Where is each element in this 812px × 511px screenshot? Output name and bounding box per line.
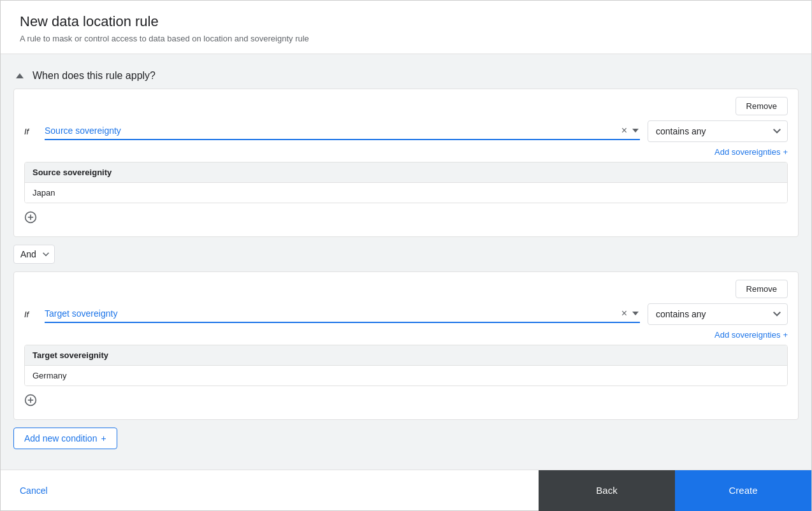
sovereignty-table-header-1: Source sovereignity (25, 162, 787, 182)
sovereignty-table-2: Target sovereignity Germany (24, 345, 788, 386)
add-sovereignties-row-1: Add sovereignties + (24, 147, 788, 157)
condition-block-1: Remove If Source sovereignty × (13, 89, 799, 237)
header-section: New data location rule A rule to mask or… (1, 1, 811, 54)
chevron-down-icon-2 (632, 312, 639, 315)
cancel-button[interactable]: Cancel (20, 486, 48, 496)
main-content: When does this rule apply? Remove If Sou… (1, 54, 811, 470)
sovereignty-table-row-2: Germany (25, 365, 787, 385)
add-condition-plus-icon: + (101, 433, 106, 443)
field-select-value-1: Source sovereignty (45, 126, 618, 136)
operator-select-1[interactable]: contains any does not contain equals is … (648, 120, 788, 142)
footer-cancel-area: Cancel (1, 486, 539, 496)
field-select-icons-1: × (620, 125, 640, 136)
and-select[interactable]: And Or (13, 245, 55, 264)
remove-button-1[interactable]: Remove (736, 97, 788, 115)
page-title: New data location rule (20, 13, 792, 30)
create-label: Create (729, 485, 757, 496)
if-row-1: If Source sovereignty × (24, 120, 788, 142)
operator-select-2[interactable]: contains any does not contain equals is … (648, 303, 788, 325)
x-icon-1: × (621, 125, 627, 136)
back-button[interactable]: Back (539, 470, 675, 511)
field-select-wrapper-2[interactable]: Target sovereignty × (45, 305, 640, 323)
x-icon-2: × (621, 308, 627, 319)
sovereignty-table-row-1: Japan (25, 182, 787, 203)
clear-field-2-icon[interactable]: × (620, 308, 628, 319)
add-sovereignties-link-1[interactable]: Add sovereignties + (714, 147, 788, 157)
remove-row-1: Remove (24, 97, 788, 115)
add-sovereignties-label-2: Add sovereignties (714, 330, 780, 340)
field-select-icons-2: × (620, 308, 640, 319)
remove-button-2[interactable]: Remove (736, 280, 788, 298)
back-label: Back (596, 485, 617, 496)
field-select-value-2: Target sovereignty (45, 308, 618, 319)
section-title: When does this rule apply? (33, 70, 156, 82)
collapse-icon[interactable] (13, 69, 26, 82)
expand-field-1-icon[interactable] (631, 129, 640, 133)
footer-bar: Cancel Back Create (1, 470, 811, 510)
remove-row-2: Remove (24, 280, 788, 298)
if-row-2: If Target sovereignty × (24, 303, 788, 325)
add-row-icon-1[interactable] (24, 208, 788, 226)
chevron-down-icon-1 (632, 129, 639, 133)
if-label-2: If (24, 310, 37, 319)
section-panel: When does this rule apply? Remove If Sou… (1, 54, 811, 456)
add-sovereignties-plus-2: + (783, 330, 788, 340)
condition-block-2: Remove If Target sovereignty × (13, 271, 799, 420)
add-sovereignties-plus-1: + (783, 147, 788, 157)
clear-field-1-icon[interactable]: × (620, 125, 628, 136)
add-row-icon-2[interactable] (24, 391, 788, 409)
add-sovereignties-link-2[interactable]: Add sovereignties + (714, 330, 788, 340)
add-condition-label: Add new condition (24, 433, 97, 443)
if-label-1: If (24, 127, 37, 136)
create-button[interactable]: Create (675, 470, 811, 511)
field-select-wrapper-1[interactable]: Source sovereignty × (45, 122, 640, 140)
sovereignty-table-header-2: Target sovereignity (25, 345, 787, 365)
add-sovereignties-label-1: Add sovereignties (714, 147, 780, 157)
add-sovereignties-row-2: Add sovereignties + (24, 330, 788, 340)
add-new-condition-button[interactable]: Add new condition + (13, 428, 117, 449)
and-connector: And Or (13, 245, 799, 264)
page-subtitle: A rule to mask or control access to data… (20, 34, 792, 43)
section-header: When does this rule apply? (13, 61, 799, 89)
expand-field-2-icon[interactable] (631, 312, 640, 315)
sovereignty-table-1: Source sovereignity Japan (24, 162, 788, 203)
